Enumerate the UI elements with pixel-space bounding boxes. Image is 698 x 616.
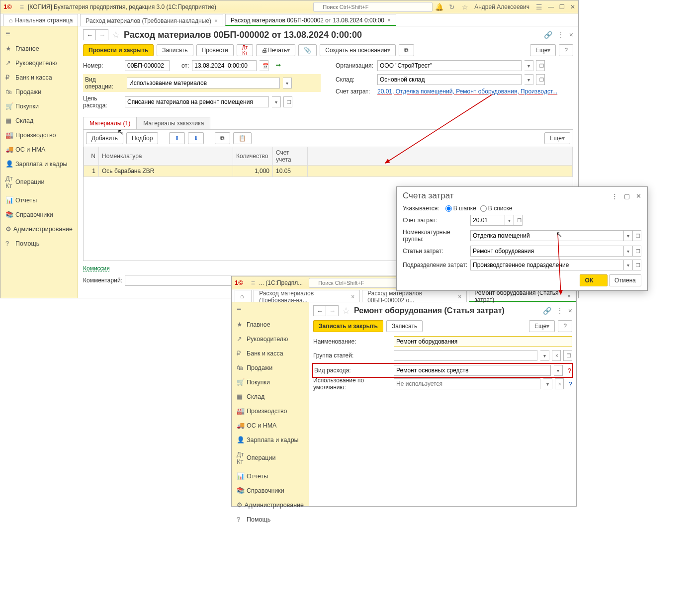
sidebar-item-3[interactable]: 🛍Продажи <box>232 360 309 375</box>
attach-button[interactable]: 📎 <box>298 44 317 56</box>
sidebar-item-8[interactable]: 👤Зарплата и кадры <box>232 433 309 447</box>
open-icon[interactable]: ❐ <box>632 230 641 241</box>
close-icon[interactable]: × <box>214 17 218 24</box>
dropdown-icon[interactable]: ▾ <box>283 78 292 88</box>
menu-icon[interactable]: ≡ <box>251 279 255 287</box>
close-icon[interactable]: × <box>567 293 571 300</box>
sidebar-item-10[interactable]: 📊Отчеты <box>0 193 78 207</box>
materials-table[interactable]: N Номенклатура Количество Счет учета 1 О… <box>84 147 573 177</box>
dropdown-icon[interactable]: ▾ <box>524 74 533 85</box>
sidebar-item-7[interactable]: 🚚ОС и НМА <box>232 418 309 433</box>
optype-input[interactable] <box>127 78 280 88</box>
back-button[interactable]: ← <box>83 29 96 40</box>
sidebar-item-10[interactable]: 📊Отчеты <box>232 469 309 483</box>
dropdown-icon[interactable]: ▾ <box>540 350 549 361</box>
more-button[interactable]: Еще <box>529 320 555 332</box>
sidebar-item-11[interactable]: 📚Справочники <box>0 207 78 222</box>
close-icon[interactable]: × <box>458 293 461 300</box>
default-input[interactable] <box>394 378 540 389</box>
help-icon[interactable]: ? <box>569 380 572 388</box>
sidebar-item-12[interactable]: ⚙Администрирование <box>232 498 309 512</box>
move-down-button[interactable]: ⬇ <box>188 132 204 144</box>
close-icon[interactable]: × <box>568 307 572 315</box>
paste-button[interactable]: 📋 <box>233 132 252 144</box>
ok-button[interactable]: ОК <box>580 274 608 286</box>
kebab-icon[interactable]: ⋮ <box>556 307 563 315</box>
purpose-input[interactable] <box>125 96 269 107</box>
save-button[interactable]: Записать <box>386 320 423 332</box>
help-button[interactable]: ? <box>558 320 572 332</box>
tab-home[interactable]: ⌂Начальная страница <box>3 14 78 26</box>
popup-division-input[interactable] <box>470 260 624 270</box>
dropdown-icon[interactable]: ▾ <box>524 60 533 71</box>
sidebar-item-4[interactable]: 🛒Покупки <box>232 375 309 389</box>
dropdown-icon[interactable]: ▾ <box>554 365 563 376</box>
favorite-icon[interactable]: ☆ <box>342 305 350 316</box>
close-button[interactable]: ✕ <box>568 3 577 10</box>
table-row[interactable]: 1 Ось барабана ZBR 1,000 10.05 <box>84 166 573 177</box>
radio-in-header[interactable] <box>445 205 452 212</box>
save-button[interactable]: Записать <box>157 44 193 56</box>
sidebar-item-0[interactable]: ★Главное <box>232 317 309 332</box>
kebab-icon[interactable]: ⋮ <box>557 31 564 39</box>
name-input[interactable] <box>394 336 572 347</box>
sidebar-item-12[interactable]: ⚙Администрирование <box>0 222 78 236</box>
sidebar-item-13[interactable]: ?Помощь <box>232 512 309 527</box>
dropdown-icon[interactable]: ▾ <box>505 215 514 226</box>
sidebar-item-2[interactable]: ₽Банк и касса <box>0 70 78 85</box>
cancel-button[interactable]: Отмена <box>609 274 641 286</box>
save-and-close-button[interactable]: Записать и закрыть <box>313 320 383 332</box>
popup-acc-input[interactable] <box>470 215 505 226</box>
user-label[interactable]: Андрей Алексеевич <box>474 3 529 10</box>
minimize-button[interactable]: — <box>546 3 555 10</box>
close-icon[interactable]: × <box>387 17 391 24</box>
menu-icon[interactable]: ≡ <box>20 3 24 11</box>
dropdown-icon[interactable]: ▾ <box>543 378 552 389</box>
sidebar-item-2[interactable]: ₽Банк и касса <box>232 346 309 360</box>
edi-button[interactable]: ⧉ <box>399 44 414 56</box>
sidebar-item-6[interactable]: 🏭Производство <box>232 404 309 418</box>
commission-link[interactable]: Комиссия <box>83 265 110 272</box>
dropdown-icon[interactable]: ▾ <box>624 260 633 270</box>
link-icon[interactable]: 🔗 <box>543 307 551 315</box>
kebab-icon[interactable]: ⋮ <box>611 192 618 200</box>
sidebar-item-8[interactable]: 👤Зарплата и кадры <box>0 157 78 171</box>
sidebar-item-1[interactable]: ↗Руководителю <box>0 56 78 70</box>
store-input[interactable] <box>377 74 522 85</box>
sidebar-item-9[interactable]: Дт КтОперации <box>232 447 309 469</box>
restore-button[interactable]: ❐ <box>557 3 566 10</box>
back-button[interactable]: ← <box>313 305 326 316</box>
sidebar-item-7[interactable]: 🚚ОС и НМА <box>0 142 78 157</box>
sidebar-item-5[interactable]: ▦Склад <box>0 113 78 128</box>
sidebar-item-9[interactable]: Дт КтОперации <box>0 171 78 193</box>
tab-document[interactable]: Расход материалов 00БП-000002 от 13.08.2… <box>225 14 396 26</box>
sidebar-item-4[interactable]: 🛒Покупки <box>0 99 78 113</box>
sidebar-toggle-icon[interactable]: ≡ <box>0 26 78 41</box>
clear-icon[interactable]: × <box>555 378 564 389</box>
tab-home[interactable]: ⌂ <box>235 290 252 302</box>
create-based-button[interactable]: Создать на основании <box>320 44 396 56</box>
help-icon[interactable]: ? <box>568 367 571 374</box>
group-input[interactable] <box>394 350 537 361</box>
tab-cost-item[interactable]: Ремонт оборудования (Статья затрат)× <box>469 290 576 302</box>
settings-icon[interactable]: ☰ <box>533 3 544 11</box>
forward-button[interactable]: → <box>326 305 339 316</box>
favorite-icon[interactable]: ☆ <box>112 29 120 40</box>
dropdown-icon[interactable]: ▾ <box>624 246 633 257</box>
global-search-input[interactable] <box>313 2 433 12</box>
org-input[interactable] <box>377 60 522 71</box>
subtab-customer-materials[interactable]: Материалы заказчика <box>137 117 210 129</box>
sidebar-item-1[interactable]: ↗Руководителю <box>232 332 309 346</box>
help-button[interactable]: ? <box>559 44 573 56</box>
move-up-button[interactable]: ⬆ <box>169 132 185 144</box>
pick-button[interactable]: Подбор <box>126 132 158 144</box>
close-icon[interactable]: × <box>351 293 354 300</box>
link-icon[interactable]: 🔗 <box>544 31 552 39</box>
clear-icon[interactable]: × <box>552 350 561 361</box>
open-icon[interactable]: ❐ <box>536 74 545 85</box>
open-icon[interactable]: ❐ <box>563 350 572 361</box>
tab-list[interactable]: Расход материалов (Требования-накладные)… <box>80 14 223 26</box>
open-icon[interactable]: ❐ <box>283 96 292 107</box>
more-button[interactable]: Еще <box>530 44 556 56</box>
maximize-icon[interactable]: ▢ <box>624 192 630 200</box>
